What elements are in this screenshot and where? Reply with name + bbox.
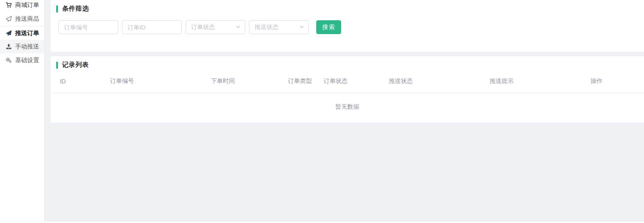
search-button[interactable]: 搜索 <box>316 20 341 34</box>
sidebar-menu: 商城订单 推送商品 推送订单 手动推送 <box>0 0 44 67</box>
column-header-push-status: 推送状态 <box>389 71 490 93</box>
column-header-id: ID <box>51 71 110 93</box>
paper-plane-icon <box>5 29 12 36</box>
records-table: ID 订单编号 下单时间 订单类型 订单状态 推送状态 推送提示 操作 <box>51 71 644 93</box>
upload-icon <box>5 43 12 50</box>
empty-state-text: 暂无数据 <box>51 93 644 111</box>
column-header-order-number: 订单编号 <box>110 71 211 93</box>
main-content: 条件筛选 订单状态 推送状态 搜索 <box>45 0 644 223</box>
sidebar-item-label: 推送订单 <box>15 29 39 37</box>
sidebar-item-label: 商城订单 <box>15 1 39 9</box>
paper-plane-outline-icon <box>5 16 12 23</box>
chevron-down-icon <box>236 23 241 31</box>
records-card: 记录列表 ID 订单编号 下单时间 订单类型 订单状态 推送状态 推送提示 <box>51 56 644 123</box>
filter-title-text: 条件筛选 <box>62 5 89 13</box>
filter-card: 条件筛选 订单状态 推送状态 搜索 <box>51 0 644 52</box>
order-number-input[interactable] <box>58 20 118 34</box>
push-status-select[interactable]: 推送状态 <box>249 20 309 34</box>
records-card-title: 记录列表 <box>51 56 644 69</box>
order-status-select[interactable]: 订单状态 <box>186 20 245 34</box>
title-accent-bar <box>56 6 58 12</box>
sidebar: 商城订单 推送商品 推送订单 手动推送 <box>0 0 45 223</box>
column-header-push-hint: 推送提示 <box>490 71 591 93</box>
gears-icon <box>5 57 12 64</box>
chevron-down-icon <box>299 23 304 31</box>
sidebar-item-label: 基础设置 <box>15 56 39 65</box>
sidebar-item-mall-orders[interactable]: 商城订单 <box>0 0 44 12</box>
filter-row: 订单状态 推送状态 搜索 <box>58 20 644 34</box>
order-status-placeholder: 订单状态 <box>191 23 215 31</box>
sidebar-item-label: 手动推送 <box>15 42 39 51</box>
sidebar-item-label: 推送商品 <box>15 15 39 23</box>
table-header-row: ID 订单编号 下单时间 订单类型 订单状态 推送状态 推送提示 操作 <box>51 71 644 93</box>
sidebar-item-push-products[interactable]: 推送商品 <box>0 12 44 26</box>
column-header-order-time: 下单时间 <box>211 71 288 93</box>
title-accent-bar <box>56 62 58 69</box>
order-id-input[interactable] <box>122 20 182 34</box>
column-header-actions: 操作 <box>591 71 644 93</box>
shopping-cart-icon <box>5 2 12 9</box>
column-header-order-status: 订单状态 <box>324 71 389 93</box>
push-status-placeholder: 推送状态 <box>255 23 278 31</box>
sidebar-item-push-orders[interactable]: 推送订单 <box>0 26 44 40</box>
filter-card-title: 条件筛选 <box>51 0 644 13</box>
column-header-order-type: 订单类型 <box>288 71 324 93</box>
records-title-text: 记录列表 <box>62 61 89 69</box>
sidebar-item-basic-settings[interactable]: 基础设置 <box>0 53 44 67</box>
app-window: 商城订单 推送商品 推送订单 手动推送 <box>0 0 644 223</box>
sidebar-item-manual-push[interactable]: 手动推送 <box>0 40 44 53</box>
